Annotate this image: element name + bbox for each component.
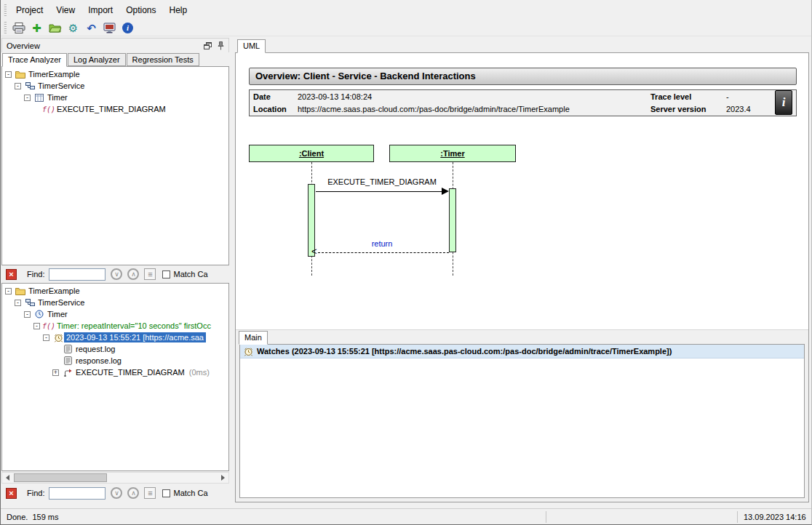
tab-regression-tests[interactable]: Regression Tests bbox=[127, 53, 199, 66]
undo-icon[interactable]: ↶ bbox=[82, 20, 100, 35]
tree-expander[interactable]: - bbox=[43, 334, 49, 341]
tree-expander[interactable]: - bbox=[24, 95, 31, 101]
tree-node-label[interactable]: TimerExample bbox=[26, 286, 82, 296]
find-label: Find: bbox=[27, 270, 44, 278]
tree-node-label[interactable]: Timer bbox=[45, 92, 70, 103]
find-input[interactable] bbox=[49, 487, 106, 500]
lifeline-head-timer[interactable]: :Timer bbox=[389, 145, 516, 162]
lifeline-head-client[interactable]: :Client bbox=[249, 145, 374, 162]
watches-title: Watches (2023-09-13 15:55:21 [https://ac… bbox=[257, 347, 672, 356]
tree-node-label[interactable]: TimerService bbox=[36, 81, 87, 91]
overview-panel: Overview Trace AnalyzerLog AnalyzerRegre… bbox=[1, 38, 229, 508]
find-options-button[interactable]: ≡ bbox=[144, 268, 156, 280]
tree-expander[interactable]: + bbox=[52, 369, 59, 376]
menubar-grip bbox=[4, 4, 7, 16]
tree-expander[interactable]: - bbox=[15, 83, 21, 89]
tree-node-label[interactable]: EXECUTE_TIMER_DIAGRAM bbox=[73, 367, 187, 377]
gear-icon[interactable]: ⚙ bbox=[64, 20, 82, 35]
open-folder-icon[interactable] bbox=[46, 20, 64, 35]
tree-node-label[interactable]: request.log bbox=[73, 344, 117, 354]
status-message: Done. 159 ms bbox=[1, 513, 546, 521]
menu-view[interactable]: View bbox=[49, 2, 81, 18]
tree-node[interactable]: -TimerExample bbox=[2, 285, 228, 297]
scrollbar-thumb[interactable] bbox=[14, 473, 107, 482]
tree-node-duration: (0ms) bbox=[189, 368, 210, 377]
menu-help[interactable]: Help bbox=[163, 2, 194, 18]
return-arrow-line bbox=[318, 252, 449, 253]
find-prev-button[interactable]: ∧ bbox=[127, 487, 139, 499]
tree-node-label[interactable]: EXECUTE_TIMER_DIAGRAM bbox=[55, 104, 168, 114]
tree-node-label[interactable]: 2023-09-13 15:55:21 [https://acme.saa bbox=[64, 332, 206, 342]
info-icon[interactable]: i bbox=[119, 20, 137, 35]
tree-node[interactable]: -TimerExample bbox=[2, 68, 228, 80]
tree-node[interactable]: -TimerService bbox=[2, 297, 228, 308]
tree-node[interactable]: request.log bbox=[2, 343, 228, 355]
call-message-label[interactable]: EXECUTE_TIMER_DIAGRAM bbox=[311, 177, 453, 186]
tree-expander[interactable]: - bbox=[5, 71, 12, 78]
tree-node[interactable]: -TimerService bbox=[2, 80, 228, 92]
watches-panel: Watches (2023-09-13 15:55:21 [https://ac… bbox=[239, 344, 805, 498]
tree-node[interactable]: +EXECUTE_TIMER_DIAGRAM(0ms) bbox=[2, 366, 228, 378]
main-tabrow: Main bbox=[236, 330, 808, 344]
return-arrowhead-icon: < bbox=[311, 247, 317, 256]
return-message-label[interactable]: return bbox=[311, 239, 453, 248]
find-close-button[interactable]: × bbox=[6, 269, 17, 280]
add-icon[interactable]: ✚ bbox=[28, 20, 46, 35]
uml-tabrow: UML bbox=[235, 38, 809, 52]
statusbar: Done. 159 ms 13.09.2023 14:16 bbox=[1, 508, 811, 524]
match-case-checkbox[interactable] bbox=[162, 489, 170, 497]
scroll-left-icon[interactable] bbox=[2, 473, 13, 483]
monitor-icon[interactable] bbox=[100, 20, 119, 35]
tree-expander[interactable]: - bbox=[33, 323, 40, 329]
tree-node[interactable]: f()EXECUTE_TIMER_DIAGRAM bbox=[2, 103, 228, 115]
tree-expander[interactable]: - bbox=[5, 288, 12, 294]
tree-node-label[interactable]: Timer: repeatInterval="10 seconds" first… bbox=[55, 321, 213, 331]
clock-icon bbox=[33, 310, 45, 318]
location-label: Location bbox=[250, 105, 298, 113]
match-case-checkbox[interactable] bbox=[162, 270, 170, 278]
tree-expander[interactable]: - bbox=[24, 311, 31, 318]
match-case-label: Match Ca bbox=[173, 270, 207, 278]
scroll-right-icon[interactable] bbox=[218, 473, 228, 483]
find-close-button[interactable]: × bbox=[6, 488, 17, 499]
tree-node-label[interactable]: response.log bbox=[73, 356, 124, 366]
tab-log-analyzer[interactable]: Log Analyzer bbox=[68, 53, 126, 66]
find-prev-button[interactable]: ∧ bbox=[127, 268, 139, 280]
tree-node-label[interactable]: TimerService bbox=[36, 297, 87, 308]
menu-import[interactable]: Import bbox=[81, 2, 119, 18]
tree-node[interactable]: -Timer bbox=[2, 308, 228, 320]
find-input[interactable] bbox=[49, 268, 106, 281]
tree-node[interactable]: -2023-09-13 15:55:21 [https://acme.saa bbox=[2, 332, 228, 343]
menubar-items: ProjectViewImportOptionsHelp bbox=[9, 2, 194, 18]
server-version-label: Server version bbox=[650, 105, 726, 113]
pin-icon[interactable] bbox=[218, 41, 224, 50]
find-next-button[interactable]: ∨ bbox=[111, 487, 122, 499]
float-window-icon[interactable] bbox=[204, 42, 212, 49]
tab-main[interactable]: Main bbox=[239, 331, 268, 345]
tree-node-label[interactable]: Timer bbox=[45, 309, 70, 319]
menu-options[interactable]: Options bbox=[119, 2, 162, 18]
watches-header: Watches (2023-09-13 15:55:21 [https://ac… bbox=[240, 345, 804, 358]
tree-node[interactable]: -Timer bbox=[2, 92, 228, 103]
horizontal-scrollbar[interactable] bbox=[1, 472, 229, 484]
toolbar-icons: ✚⚙↶i bbox=[9, 20, 137, 35]
watches-body bbox=[240, 358, 804, 497]
tree-node[interactable]: -f()Timer: repeatInterval="10 seconds" f… bbox=[2, 320, 228, 332]
find-bar-top: × Find: ∨ ∧ ≡ Match Ca bbox=[1, 265, 229, 283]
panel-splitter[interactable] bbox=[229, 38, 235, 508]
date-value: 2023-09-13 14:08:24 bbox=[298, 92, 650, 101]
overview-panel-title: Overview bbox=[7, 41, 40, 50]
status-datetime: 13.09.2023 14:16 bbox=[738, 513, 811, 521]
tree-node-label[interactable]: TimerExample bbox=[26, 69, 82, 79]
find-options-button[interactable]: ≡ bbox=[144, 487, 156, 499]
service-icon bbox=[24, 298, 36, 307]
tab-trace-analyzer[interactable]: Trace Analyzer bbox=[2, 53, 67, 67]
uml-container: Overview: Client - Service - Backend Int… bbox=[235, 52, 809, 502]
find-next-button[interactable]: ∨ bbox=[111, 268, 122, 280]
menu-project[interactable]: Project bbox=[9, 2, 49, 18]
tree-expander[interactable]: - bbox=[15, 300, 21, 306]
info-button[interactable]: i bbox=[775, 90, 792, 115]
tree-node[interactable]: response.log bbox=[2, 355, 228, 366]
tab-uml[interactable]: UML bbox=[237, 39, 266, 53]
print-icon[interactable] bbox=[9, 20, 28, 35]
